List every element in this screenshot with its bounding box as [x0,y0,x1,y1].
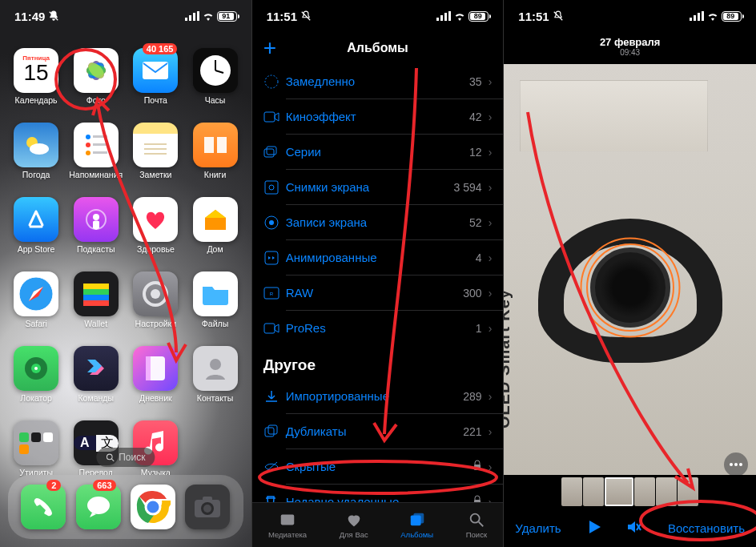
section-other: Другое [252,345,504,379]
safari-icon [17,275,55,313]
journal-icon [143,355,167,382]
tab-foryou[interactable]: Для Вас [340,511,368,539]
steering-wheel-image [538,219,722,363]
svg-point-20 [86,143,90,147]
app-photos[interactable]: Фото [69,48,123,105]
app-utilities-folder[interactable]: Утилиты [10,420,62,477]
svg-rect-33 [83,295,109,300]
app-shortcuts[interactable]: Команды [69,346,123,403]
play-icon [587,519,601,535]
filmstrip-thumb[interactable] [561,477,582,506]
row-cinematic[interactable]: Киноэффект42› [252,99,504,134]
row-duplicates[interactable]: Дубликаты221› [252,414,504,448]
wifi-icon [453,10,466,23]
app-settings[interactable]: Настройки [129,271,182,328]
svg-rect-58 [264,112,275,122]
burst-icon [263,145,286,159]
svg-point-77 [471,514,480,523]
status-time: 11:51 [267,10,297,23]
dock-chrome[interactable] [131,485,175,529]
dock-camera[interactable] [185,485,230,529]
row-prores[interactable]: ProRes1› [252,311,504,345]
home-grid: Пятница15 Календарь [10,48,242,477]
dock-messages[interactable]: 663 [76,485,121,529]
app-reminders[interactable]: Напоминания [69,123,123,179]
app-clock[interactable]: Часы [188,48,241,105]
findmy-icon [22,354,50,383]
svg-point-36 [151,289,160,299]
mute-button[interactable] [625,520,641,537]
mail-badge: 40 165 [143,43,178,54]
app-safari[interactable]: Safari [10,271,62,328]
spotlight-search[interactable]: Поиск [96,448,155,467]
svg-rect-2 [193,13,195,21]
app-findmy[interactable]: Локатор [10,346,62,403]
signal-icon [436,10,451,23]
svg-line-78 [479,522,484,527]
svg-rect-41 [146,356,151,380]
battery-icon: 89 [722,11,742,22]
filmstrip-thumb-selected[interactable] [605,477,633,506]
record-icon [263,215,286,231]
dock-phone[interactable]: 2 [21,485,66,529]
row-raw[interactable]: RRAW300› [252,276,504,310]
svg-rect-68 [264,324,275,333]
row-imported[interactable]: Импортированные289› [252,379,504,413]
screen-home: 11:49 91 Пятница15 Календарь [0,0,252,547]
filmstrip-thumb[interactable] [583,477,604,506]
search-icon [106,453,115,462]
tab-library[interactable]: Медиатека [268,511,307,539]
app-files[interactable]: Файлы [188,271,241,328]
albums-list[interactable]: Замедленно35› Киноэффект42› Серии12› Сни… [252,64,504,502]
row-screenshots[interactable]: Снимки экрана3 594› [252,170,504,204]
row-hidden[interactable]: Скрытые› [252,449,504,484]
battery-icon: 89 [468,11,489,22]
play-button[interactable] [587,519,601,537]
filmstrip[interactable] [504,475,756,509]
bottom-toolbar: Удалить Восстановить [504,509,756,547]
photo-content[interactable]: OLED Smart Key [504,64,756,477]
row-screenrec[interactable]: Записи экрана52› [252,205,504,239]
svg-rect-23 [93,151,107,154]
app-health[interactable]: Здоровье [129,197,182,254]
import-icon [263,388,286,404]
prores-icon [263,322,286,335]
more-button[interactable] [724,452,748,477]
tab-albums[interactable]: Альбомы [400,511,433,539]
svg-point-86 [739,463,742,466]
filmstrip-thumb[interactable] [634,477,655,506]
app-contacts[interactable]: Контакты [188,346,241,403]
svg-line-44 [111,459,114,461]
row-animated[interactable]: Анимированные4› [252,240,504,275]
row-bursts[interactable]: Серии12› [252,135,504,169]
app-home[interactable]: Дом [188,197,241,254]
app-books[interactable]: Книги [188,123,241,179]
restore-button[interactable]: Восстановить [668,521,745,535]
app-notes[interactable]: Заметки [129,123,182,179]
svg-rect-19 [93,135,107,138]
filmstrip-thumb[interactable] [656,477,677,506]
delete-button[interactable]: Удалить [515,521,561,535]
slomo-icon [263,74,286,90]
row-slomo[interactable]: Замедленно35› [252,64,504,99]
add-album-button[interactable]: + [263,35,276,61]
svg-rect-80 [690,18,692,21]
app-wallet[interactable]: Wallet [69,271,123,328]
filmstrip-thumb[interactable] [678,477,698,506]
app-appstore[interactable]: App Store [10,197,62,254]
svg-point-51 [203,505,211,513]
row-recently-deleted[interactable]: Недавно удаленные› [252,485,504,502]
tab-search[interactable]: Поиск [466,511,487,539]
app-weather[interactable]: Погода [10,123,62,179]
screenshot-icon [263,179,286,195]
messages-icon [85,495,112,519]
app-journal[interactable]: Дневник [129,346,182,403]
app-podcasts[interactable]: Подкасты [69,197,123,254]
svg-point-45 [87,497,110,514]
app-calendar[interactable]: Пятница15 Календарь [10,48,62,105]
svg-rect-0 [185,18,187,21]
lock-icon [472,460,482,473]
podcasts-icon [82,206,110,233]
app-mail[interactable]: 40 165 Почта [129,48,182,105]
status-bar: 11:51 89 [504,0,756,32]
